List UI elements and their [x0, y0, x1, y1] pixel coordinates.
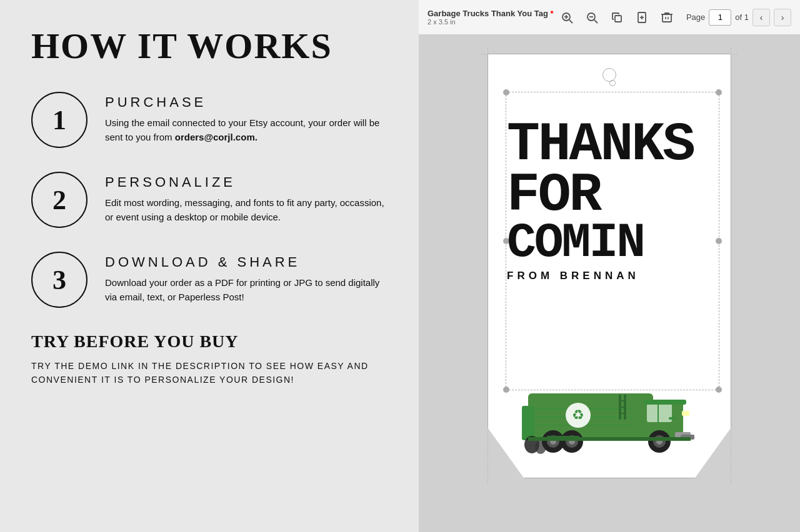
svg-line-1 [569, 20, 572, 23]
svg-rect-7 [615, 16, 621, 22]
step-3: 3 DOWNLOAD & SHARE Download your order a… [31, 252, 388, 308]
step-2-text: Edit most wording, messaging, and fonts … [105, 195, 388, 225]
canvas-area: THANKS FOR COMIN FROM BRENNAN [419, 35, 800, 532]
svg-rect-20 [669, 417, 676, 420]
step-3-content: DOWNLOAD & SHARE Download your order as … [105, 252, 388, 305]
delete-button[interactable] [656, 7, 678, 28]
zoom-out-icon [586, 11, 598, 24]
step-3-circle: 3 [31, 252, 88, 308]
tag-container: THANKS FOR COMIN FROM BRENNAN [488, 54, 731, 478]
page-nav: Page of 1 ‹ › [686, 9, 791, 26]
page-label: Page [686, 12, 705, 22]
delete-icon [661, 11, 673, 24]
svg-rect-17 [647, 403, 672, 422]
add-page-icon [636, 11, 648, 24]
step-1-text: Using the email connected to your Etsy a… [105, 116, 388, 145]
hole-circle [602, 68, 616, 82]
doc-title: Garbage Trucks Thank You Tag * [428, 9, 554, 18]
add-page-button[interactable] [631, 7, 652, 28]
page-number-input[interactable] [709, 9, 731, 26]
zoom-out-button[interactable] [581, 7, 602, 28]
handle-top-left[interactable] [503, 89, 509, 96]
step-1: 1 PURCHASE Using the email connected to … [31, 92, 388, 148]
step-3-heading: DOWNLOAD & SHARE [105, 254, 388, 270]
required-star: * [548, 9, 554, 18]
try-text: TRY THE DEMO LINK IN THE DESCRIPTION TO … [31, 359, 388, 387]
tag-line2: FOR [507, 170, 718, 221]
step-3-number: 3 [52, 264, 66, 296]
tag-from-line: FROM BRENNAN [507, 270, 718, 282]
toolbar-actions [556, 7, 678, 28]
tag-line1: THANKS [507, 120, 718, 170]
doc-info: Garbage Trucks Thank You Tag * 2 x 3.5 i… [428, 9, 554, 26]
step-2-heading: PERSONALIZE [105, 174, 388, 190]
step-1-circle: 1 [31, 92, 88, 148]
svg-text:♻: ♻ [572, 407, 584, 423]
tag-line3: COMIN [507, 221, 718, 266]
step-2: 2 PERSONALIZE Edit most wording, messagi… [31, 172, 388, 228]
step-3-text: Download your order as a PDF for printin… [105, 275, 388, 305]
step-2-number: 2 [52, 184, 66, 216]
svg-rect-47 [528, 437, 691, 441]
truck-area: ♻ [501, 359, 718, 459]
next-page-button[interactable]: › [774, 9, 791, 26]
main-title: HOW IT WORKS [31, 25, 388, 67]
svg-line-5 [594, 20, 598, 23]
copy-button[interactable] [606, 7, 628, 28]
step-1-content: PURCHASE Using the email connected to yo… [105, 92, 388, 145]
copy-icon [611, 11, 623, 24]
try-title: TRY BEFORE YOU BUY [31, 332, 388, 352]
page-of: of 1 [735, 12, 749, 22]
prev-page-button[interactable]: ‹ [752, 9, 770, 26]
handle-top-right[interactable] [716, 89, 722, 96]
doc-size: 2 x 3.5 in [428, 18, 554, 26]
svg-rect-46 [682, 411, 689, 416]
zoom-in-icon [561, 11, 573, 24]
step-1-number: 1 [52, 104, 66, 136]
try-section: TRY BEFORE YOU BUY TRY THE DEMO LINK IN … [31, 332, 388, 387]
toolbar: Garbage Trucks Thank You Tag * 2 x 3.5 i… [419, 0, 800, 35]
svg-rect-19 [644, 400, 686, 405]
truck-svg: ♻ [522, 372, 697, 459]
tag-text: THANKS FOR COMIN FROM BRENNAN [507, 120, 718, 282]
step-2-content: PERSONALIZE Edit most wording, messaging… [105, 172, 388, 225]
svg-rect-11 [662, 14, 671, 22]
zoom-in-button[interactable] [556, 7, 578, 28]
step-1-heading: PURCHASE [105, 94, 388, 111]
left-panel: HOW IT WORKS 1 PURCHASE Using the email … [0, 0, 419, 532]
svg-rect-26 [522, 406, 534, 440]
step-2-circle: 2 [31, 172, 88, 228]
right-panel: Garbage Trucks Thank You Tag * 2 x 3.5 i… [419, 0, 800, 532]
